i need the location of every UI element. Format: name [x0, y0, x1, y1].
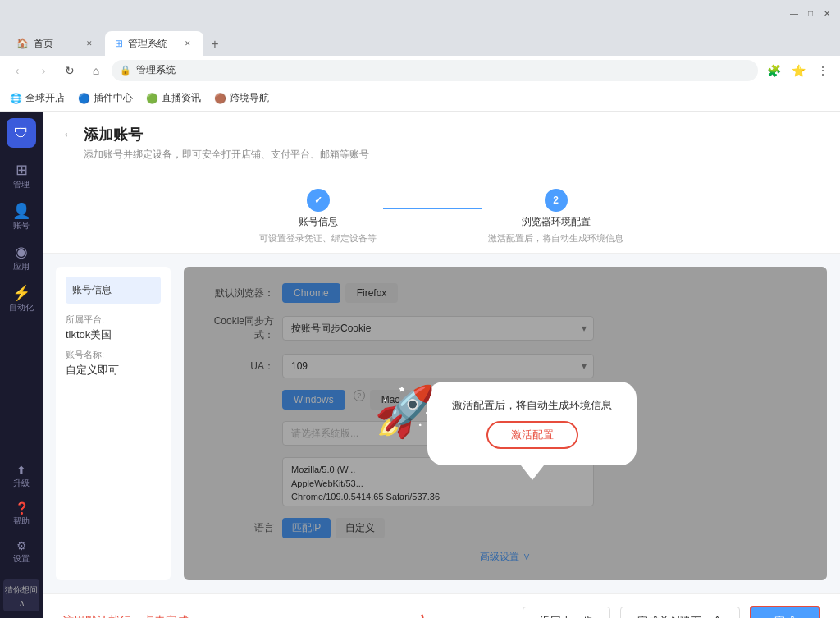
- tab-home[interactable]: 🏠 首页 ✕: [7, 31, 105, 56]
- step1-circle: ✓: [307, 189, 330, 212]
- browser-frame: — □ ✕ 🏠 首页 ✕ ⊞ 管理系统 ✕ + ‹ › ↻ ⌂ 🔒 管理系统 🧩…: [0, 0, 840, 618]
- step1-label: 账号信息: [299, 215, 338, 229]
- sidebar-item-account[interactable]: 👤 账号: [3, 199, 39, 236]
- bookmark-live-label: 直播资讯: [162, 91, 201, 105]
- tab-manage[interactable]: ⊞ 管理系统 ✕: [105, 31, 203, 56]
- tab-home-label: 首页: [34, 37, 53, 51]
- tab-bar: 🏠 首页 ✕ ⊞ 管理系统 ✕ +: [0, 26, 840, 56]
- sidebar: 🛡 ⊞ 管理 👤 账号 ◉ 应用 ⚡ 自动化 ⬆ 升级: [0, 112, 43, 618]
- automation-icon: ⚡: [12, 286, 30, 300]
- sidebar-item-automation[interactable]: ⚡ 自动化: [3, 281, 39, 318]
- popup-cloud: 激活配置后，将自动生成环境信息 激活配置: [427, 382, 637, 465]
- upgrade-icon: ⬆: [16, 465, 26, 476]
- help-icon: ❓: [15, 502, 29, 514]
- address-bar[interactable]: 🔒 管理系统: [112, 60, 758, 81]
- activation-overlay: 🚀 激活配置后，将自动生成环境信息 激活配置: [184, 267, 827, 580]
- extensions-button[interactable]: 🧩: [763, 60, 784, 81]
- bookmark-live[interactable]: 🟢 直播资讯: [146, 91, 201, 105]
- account-name-section: 账号名称: 自定义即可: [66, 349, 161, 378]
- bookmark-global-label: 全球开店: [25, 91, 65, 105]
- maximize-button[interactable]: □: [804, 7, 817, 20]
- forward-nav-button[interactable]: ›: [33, 60, 54, 81]
- sidebar-item-upgrade[interactable]: ⬆ 升级: [3, 460, 39, 494]
- guess-ask-button[interactable]: 猜你想问 ∧: [3, 579, 39, 611]
- platform-value: tiktok美国: [66, 327, 161, 342]
- page-header: ← 添加账号 添加账号并绑定设备，即可安全打开店铺、支付平台、邮箱等账号: [43, 112, 840, 172]
- account-icon: 👤: [12, 204, 30, 218]
- chevron-up-icon: ∧: [19, 598, 25, 607]
- menu-button[interactable]: ⋮: [812, 60, 833, 81]
- refresh-button[interactable]: ↻: [59, 60, 80, 81]
- step-2: 2 浏览器环境配置 激活配置后，将自动生成环境信息: [488, 189, 623, 245]
- live-icon: 🟢: [146, 93, 158, 104]
- create-next-button[interactable]: 完成并创建下一个: [620, 607, 740, 618]
- step1-sublabel: 可设置登录凭证、绑定设备等: [259, 232, 377, 245]
- new-tab-button[interactable]: +: [203, 33, 226, 56]
- globe-icon: 🌐: [10, 93, 22, 104]
- settings-icon: ⚙: [16, 540, 27, 552]
- left-panel: 账号信息 所属平台: tiktok美国 账号名称: 自定义即可: [56, 267, 171, 580]
- arrow-icon: ➘: [412, 607, 436, 618]
- sidebar-item-help[interactable]: ❓ 帮助: [3, 497, 39, 532]
- activate-button[interactable]: 激活配置: [486, 421, 578, 449]
- back-nav-button[interactable]: ‹: [7, 60, 28, 81]
- tab-home-close[interactable]: ✕: [84, 38, 95, 49]
- tab-manage-close[interactable]: ✕: [182, 38, 194, 49]
- sidebar-logo: 🛡: [7, 118, 36, 148]
- finish-button[interactable]: 完成: [750, 606, 820, 618]
- bookmark-nav-label: 跨境导航: [230, 91, 269, 105]
- sidebar-item-app[interactable]: ◉ 应用: [3, 240, 39, 277]
- account-value: 自定义即可: [66, 363, 161, 378]
- sidebar-help-label: 帮助: [13, 515, 30, 527]
- steps-container: ✓ 账号信息 可设置登录凭证、绑定设备等 2 浏览器环境配置 激活配置后，将自动…: [43, 172, 840, 254]
- app-body: 🛡 ⊞ 管理 👤 账号 ◉ 应用 ⚡ 自动化 ⬆ 升级: [0, 112, 840, 618]
- platform-section: 所属平台: tiktok美国: [66, 314, 161, 342]
- close-button[interactable]: ✕: [820, 7, 833, 20]
- step-line: [383, 208, 482, 209]
- back-step-button[interactable]: 返回上一步: [523, 607, 610, 618]
- hint-text: 这里默认就行，点击完成: [62, 614, 189, 618]
- platform-title: 所属平台:: [66, 314, 161, 326]
- tab-manage-label: 管理系统: [128, 37, 167, 51]
- address-text: 管理系统: [136, 63, 176, 77]
- right-panel: 默认浏览器： Chrome Firefox Cookie同步方式：: [184, 267, 827, 580]
- sidebar-upgrade-label: 升级: [13, 478, 30, 489]
- sidebar-item-manage[interactable]: ⊞ 管理: [3, 158, 39, 195]
- sidebar-item-settings[interactable]: ⚙ 设置: [3, 535, 39, 570]
- content-area: 账号信息 所属平台: tiktok美国 账号名称: 自定义即可 默认浏: [43, 254, 840, 593]
- window-controls: — □ ✕: [788, 7, 833, 20]
- home-button[interactable]: ⌂: [85, 60, 107, 81]
- account-info-item: 账号信息: [66, 277, 161, 304]
- profile-button[interactable]: ⭐: [788, 60, 809, 81]
- hint-container: 这里默认就行，点击完成 ➘: [62, 614, 513, 618]
- sidebar-automation-label: 自动化: [9, 302, 34, 314]
- manage-icon: ⊞: [16, 163, 28, 177]
- bookmark-plugin-label: 插件中心: [94, 91, 133, 105]
- app-icon: ◉: [15, 245, 28, 259]
- account-title: 账号名称:: [66, 349, 161, 361]
- bookmark-nav[interactable]: 🟤 跨境导航: [214, 91, 269, 105]
- sidebar-app-label: 应用: [13, 261, 30, 272]
- page-back-button[interactable]: ←: [62, 127, 75, 142]
- sidebar-bottom: ⬆ 升级 ❓ 帮助 ⚙ 设置 猜你想问 ∧: [3, 460, 39, 611]
- step-1: ✓ 账号信息 可设置登录凭证、绑定设备等: [259, 189, 377, 245]
- minimize-button[interactable]: —: [788, 7, 801, 20]
- popup-text: 激活配置后，将自动生成环境信息: [452, 398, 612, 413]
- bottom-bar: 这里默认就行，点击完成 ➘ 返回上一步 完成并创建下一个 完成: [43, 593, 840, 618]
- page-subtitle: 添加账号并绑定设备，即可安全打开店铺、支付平台、邮箱等账号: [84, 148, 820, 162]
- bookmark-global[interactable]: 🌐 全球开店: [10, 91, 65, 105]
- nav-icon: 🟤: [214, 93, 226, 104]
- bookmarks-bar: 🌐 全球开店 🔵 插件中心 🟢 直播资讯 🟤 跨境导航: [0, 85, 840, 112]
- sidebar-manage-label: 管理: [13, 179, 30, 190]
- bookmark-plugin[interactable]: 🔵 插件中心: [78, 91, 133, 105]
- step2-circle: 2: [545, 189, 568, 212]
- main-content: ← 添加账号 添加账号并绑定设备，即可安全打开店铺、支付平台、邮箱等账号 ✓ 账…: [43, 112, 840, 618]
- step2-sublabel: 激活配置后，将自动生成环境信息: [488, 232, 623, 245]
- nav-actions: 🧩 ⭐ ⋮: [763, 60, 833, 81]
- rocket-icon: 🚀: [374, 382, 436, 441]
- page-title: 添加账号: [84, 125, 143, 144]
- plugin-icon: 🔵: [78, 93, 90, 104]
- sidebar-account-label: 账号: [13, 220, 30, 231]
- step2-label: 浏览器环境配置: [522, 215, 591, 229]
- nav-bar: ‹ › ↻ ⌂ 🔒 管理系统 🧩 ⭐ ⋮: [0, 56, 840, 85]
